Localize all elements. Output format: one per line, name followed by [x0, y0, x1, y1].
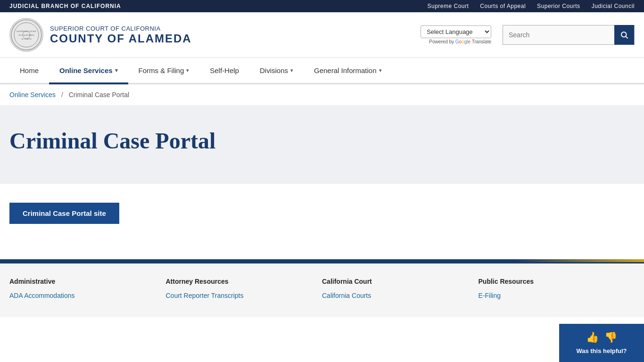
online-services-chevron-icon: ▾ [115, 67, 118, 74]
site-footer: Administrative ADA Accommodations Attorn… [0, 262, 644, 317]
supreme-court-link[interactable]: Supreme Court [427, 3, 469, 9]
header-right-area: Select Language Powered by Google Transl… [421, 25, 635, 45]
svg-line-7 [626, 36, 627, 38]
translate-area: Select Language Powered by Google Transl… [421, 25, 491, 44]
top-bar: JUDICIAL BRANCH OF CALIFORNIA Supreme Co… [0, 0, 644, 12]
footer-columns: Administrative ADA Accommodations Attorn… [9, 278, 635, 303]
footer-public-resources-title: Public Resources [479, 278, 626, 285]
search-input[interactable] [503, 27, 614, 42]
nav-item-general-info: General Information ▾ [304, 58, 392, 83]
language-select[interactable]: Select Language [421, 25, 491, 38]
court-subtitle: SUPERIOR COURT OF CALIFORNIA [50, 25, 192, 32]
header-logo-area: SUPERIOR COURT OF CALIFORNIA ALAMEDA SUP… [9, 18, 192, 52]
footer-col-attorney-resources: Attorney Resources Court Reporter Transc… [166, 278, 322, 303]
translate-powered-text: Powered by Google Translate [429, 39, 491, 44]
footer-california-court-title: California Court [322, 278, 469, 285]
google-g: G [455, 39, 459, 44]
superior-courts-link[interactable]: Superior Courts [537, 3, 580, 9]
breadcrumb-current: Criminal Case Portal [69, 91, 129, 99]
nav-item-online-services: Online Services ▾ [49, 58, 128, 83]
divisions-chevron-icon: ▾ [290, 67, 293, 74]
footer-court-reporter-link[interactable]: Court Reporter Transcripts [166, 292, 313, 299]
footer-california-courts-link[interactable]: California Courts [322, 292, 469, 299]
cta-portal-button[interactable]: Criminal Case Portal site [9, 203, 119, 224]
content-area: Criminal Case Portal site [0, 184, 644, 259]
search-box [503, 25, 635, 45]
footer-administrative-title: Administrative [9, 278, 157, 285]
nav-forms-filing-link[interactable]: Forms & Filing ▾ [128, 58, 200, 83]
nav-home-link[interactable]: Home [9, 58, 49, 83]
court-main-title: COUNTY OF ALAMEDA [50, 32, 192, 45]
nav-online-services-link[interactable]: Online Services ▾ [49, 58, 128, 83]
nav-item-forms-filing: Forms & Filing ▾ [128, 58, 200, 83]
google-e: e [468, 39, 471, 44]
nav-item-self-help: Self-Help [199, 58, 249, 83]
court-seal: SUPERIOR COURT OF CALIFORNIA ALAMEDA [9, 18, 43, 52]
svg-point-6 [621, 32, 627, 37]
footer-efiling-link[interactable]: E-Filing [479, 292, 626, 299]
nav-general-info-link[interactable]: General Information ▾ [304, 58, 392, 83]
svg-text:SUPERIOR COURT: SUPERIOR COURT [17, 30, 36, 33]
nav-item-divisions: Divisions ▾ [249, 58, 304, 83]
footer-col-california-court: California Court California Courts [322, 278, 479, 303]
breadcrumb-parent-link[interactable]: Online Services [9, 91, 56, 99]
footer-attorney-resources-title: Attorney Resources [166, 278, 313, 285]
breadcrumb-separator: / [61, 91, 63, 99]
forms-filing-chevron-icon: ▾ [186, 67, 189, 74]
header-controls: Select Language Powered by Google Transl… [421, 25, 635, 45]
page-title-area: Criminal Case Portal [0, 105, 644, 184]
footer-col-public-resources: Public Resources E-Filing [479, 278, 635, 303]
general-info-chevron-icon: ▾ [379, 67, 382, 74]
footer-ada-link[interactable]: ADA Accommodations [9, 292, 157, 299]
nav-item-home: Home [9, 58, 49, 83]
nav-divisions-link[interactable]: Divisions ▾ [249, 58, 304, 83]
main-nav: Home Online Services ▾ Forms & Filing ▾ … [0, 58, 644, 84]
footer-col-administrative: Administrative ADA Accommodations [9, 278, 166, 303]
courts-of-appeal-link[interactable]: Courts of Appeal [480, 3, 526, 9]
judicial-branch-title: JUDICIAL BRANCH OF CALIFORNIA [9, 3, 121, 9]
site-header: SUPERIOR COURT OF CALIFORNIA ALAMEDA SUP… [0, 12, 644, 58]
judicial-council-link[interactable]: Judicial Council [592, 3, 635, 9]
nav-self-help-link[interactable]: Self-Help [199, 58, 249, 83]
top-bar-links: Supreme Court Courts of Appeal Superior … [427, 3, 635, 9]
search-button[interactable] [614, 25, 634, 45]
page-title: Criminal Case Portal [9, 128, 635, 154]
nav-list: Home Online Services ▾ Forms & Filing ▾ … [9, 58, 635, 83]
svg-text:ALAMEDA: ALAMEDA [21, 38, 32, 40]
court-title-block: SUPERIOR COURT OF CALIFORNIA COUNTY OF A… [50, 25, 192, 45]
breadcrumb: Online Services / Criminal Case Portal [0, 84, 644, 105]
svg-text:OF CALIFORNIA: OF CALIFORNIA [18, 34, 35, 36]
